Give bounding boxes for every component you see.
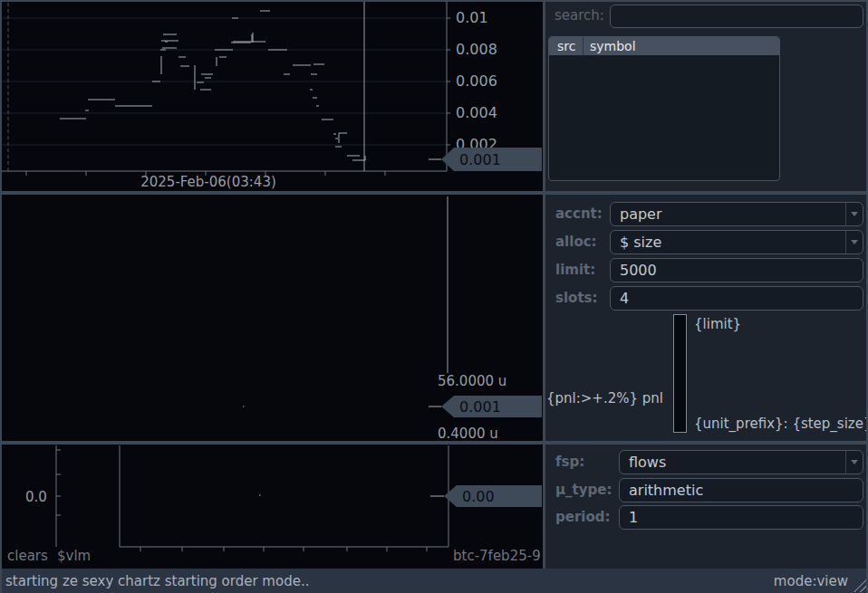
price-tag: 0.00: [444, 485, 542, 507]
symbol-table-header: src symbol: [549, 37, 779, 55]
horizontal-splitter[interactable]: [0, 191, 868, 195]
limit-value: 5000: [611, 262, 863, 279]
y-axis-label: 0.004: [456, 104, 497, 121]
period-value: 1: [620, 509, 863, 526]
slots-value: 4: [611, 290, 863, 307]
mode-indicator: mode:view: [774, 573, 848, 589]
mu-type-input[interactable]: arithmetic: [619, 478, 863, 502]
alloc-value: $ size: [611, 234, 845, 251]
price-chart-panel[interactable]: 0.010.0080.0060.0040.0022025-Feb-06(03:4…: [0, 0, 543, 191]
y-axis-label: 0.006: [456, 72, 497, 90]
limit-input[interactable]: 5000: [610, 258, 863, 282]
column-header-symbol: symbol: [583, 37, 779, 55]
y-axis-label: 0.01: [456, 9, 488, 26]
allocation-level-bar[interactable]: [673, 314, 687, 433]
slots-label: slots:: [555, 286, 597, 311]
form-row: fsp: flows: [545, 450, 868, 474]
column-header-src: src: [549, 37, 583, 55]
symbol-table[interactable]: src symbol: [548, 36, 780, 181]
chart-label: btc-7feb25-9: [453, 548, 541, 564]
volume-chart-panel[interactable]: 0.0clears$vlmbtc-7feb25-90.00: [0, 445, 543, 569]
form-row: limit: 5000: [545, 258, 868, 282]
chart-label: 0.4000 u: [438, 426, 498, 441]
status-message: starting ze sexy chartz starting order m…: [5, 573, 774, 589]
slots-input[interactable]: 4: [610, 286, 863, 311]
symbol-search-section: search: src symbol: [545, 0, 868, 191]
vertical-splitter[interactable]: [543, 0, 545, 569]
form-row: slots: 4: [545, 286, 868, 311]
fsp-label: fsp:: [555, 450, 584, 474]
chart-label: 0.0: [25, 489, 47, 505]
chart-label: clears: [7, 548, 48, 564]
x-axis-date-label: 2025-Feb-06(03:43): [136, 174, 281, 190]
resize-grip-icon[interactable]: [854, 579, 867, 592]
limit-label: limit:: [555, 258, 595, 282]
accnt-label: accnt:: [555, 202, 603, 226]
alloc-dropdown[interactable]: $ size: [610, 230, 863, 254]
search-row: search:: [545, 0, 868, 33]
chart-label: $vlm: [57, 548, 91, 564]
accnt-value: paper: [611, 206, 845, 223]
form-row: accnt: paper: [545, 202, 868, 226]
chevron-down-icon: [845, 231, 863, 253]
trading-app-window: 0.010.0080.0060.0040.0022025-Feb-06(03:4…: [0, 0, 868, 593]
pnl-placeholder-label: {pnl:>+.2%} pnl: [546, 390, 663, 406]
step-size-placeholder-label: {unit_prefix}: {step_size}: [694, 416, 868, 432]
accnt-dropdown[interactable]: paper: [610, 202, 863, 226]
order-form-section: accnt: paper alloc: $ size limit: 5000 s…: [545, 195, 868, 441]
y-axis-label: 0.008: [456, 41, 497, 58]
alloc-label: alloc:: [555, 230, 597, 254]
form-row: period: 1: [545, 505, 868, 530]
mu-type-label: μ_type:: [555, 478, 612, 502]
secondary-chart-panel[interactable]: 56.0000 u0.4000 u0.001: [0, 195, 543, 441]
fsp-value: flows: [620, 454, 845, 471]
chart-label: 56.0000 u: [438, 373, 506, 389]
period-input[interactable]: 1: [619, 505, 863, 530]
fsp-dropdown[interactable]: flows: [619, 450, 863, 474]
mu-type-value: arithmetic: [620, 482, 863, 499]
search-input[interactable]: [610, 5, 863, 28]
limit-placeholder-label: {limit}: [694, 316, 741, 332]
form-row: μ_type: arithmetic: [545, 478, 868, 502]
chevron-down-icon: [845, 203, 863, 225]
search-label: search:: [555, 7, 604, 24]
period-label: period:: [555, 505, 611, 530]
horizontal-splitter[interactable]: [0, 441, 868, 445]
form-row: alloc: $ size: [545, 230, 868, 254]
status-bar: starting ze sexy chartz starting order m…: [0, 569, 868, 593]
chevron-down-icon: [845, 451, 863, 473]
fsp-form-section: fsp: flows μ_type: arithmetic period: 1: [545, 445, 868, 569]
price-tag: 0.001: [441, 396, 542, 417]
price-tag: 0.001: [441, 148, 542, 171]
